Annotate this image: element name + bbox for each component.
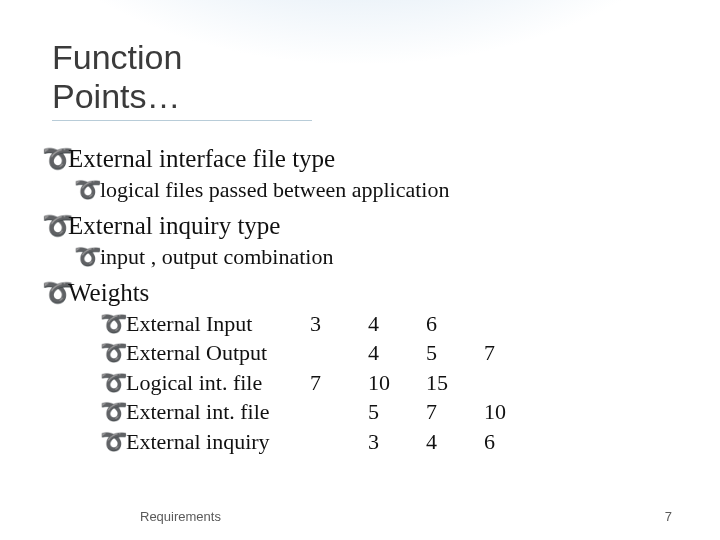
weights-row: ➰External inquiry 3 4 6: [100, 428, 672, 456]
bullet-icon: ➰: [100, 428, 126, 456]
bullet-weights-heading: ➰Weights: [68, 277, 672, 308]
weights-cell: 3: [310, 310, 368, 338]
bullet-icon: ➰: [42, 277, 68, 308]
weights-cell: 3: [368, 428, 426, 456]
bullet-icon: ➰: [100, 310, 126, 338]
text: input , output combination: [100, 244, 333, 269]
weights-row-label: External int. file: [126, 398, 270, 426]
weights-cell: 7: [426, 398, 484, 426]
weights-cell: 4: [368, 339, 426, 367]
text: External inquiry type: [68, 212, 280, 239]
bullet-icon: ➰: [42, 143, 68, 174]
text: External interface file type: [68, 145, 335, 172]
bullet-icon: ➰: [100, 369, 126, 397]
weights-row-label: External Output: [126, 339, 267, 367]
weights-cell: 5: [368, 398, 426, 426]
bullet-eif-heading: ➰External interface file type: [68, 143, 672, 174]
bullet-icon: ➰: [74, 176, 100, 204]
weights-cell: 4: [368, 310, 426, 338]
weights-cell: 15: [426, 369, 484, 397]
weights-cell: 4: [426, 428, 484, 456]
slide-title: Function Points…: [52, 38, 312, 121]
slide: Function Points… ➰External interface fil…: [0, 0, 720, 540]
weights-cell: 7: [310, 369, 368, 397]
bullet-icon: ➰: [42, 210, 68, 241]
bullet-eit-heading: ➰External inquiry type: [68, 210, 672, 241]
bullet-icon: ➰: [100, 339, 126, 367]
weights-row-label: External Input: [126, 310, 252, 338]
footer: Requirements 7: [0, 509, 720, 524]
slide-body: ➰External interface file type ➰logical f…: [48, 143, 672, 455]
footer-left: Requirements: [140, 509, 221, 524]
weights-row: ➰External Output 4 5 7: [100, 339, 672, 367]
weights-cell: 10: [368, 369, 426, 397]
weights-cell: 5: [426, 339, 484, 367]
weights-row-label: Logical int. file: [126, 369, 262, 397]
weights-cell: 6: [426, 310, 484, 338]
text: Weights: [68, 279, 149, 306]
text: logical files passed between application: [100, 177, 449, 202]
bullet-eit-sub: ➰input , output combination: [100, 243, 672, 271]
weights-cell: 7: [484, 339, 542, 367]
bullet-icon: ➰: [100, 398, 126, 426]
weights-row: ➰Logical int. file 7 10 15: [100, 369, 672, 397]
weights-rows: ➰External Input 3 4 6 ➰External Output 4…: [100, 310, 672, 456]
weights-row-label: External inquiry: [126, 428, 270, 456]
weights-row: ➰External int. file 5 7 10: [100, 398, 672, 426]
weights-cell: 6: [484, 428, 542, 456]
bullet-eif-sub: ➰logical files passed between applicatio…: [100, 176, 672, 204]
bullet-icon: ➰: [74, 243, 100, 271]
weights-row: ➰External Input 3 4 6: [100, 310, 672, 338]
page-number: 7: [665, 509, 672, 524]
weights-section: ➰Weights ➰External Input 3 4 6 ➰External…: [48, 277, 672, 456]
weights-cell: 10: [484, 398, 542, 426]
